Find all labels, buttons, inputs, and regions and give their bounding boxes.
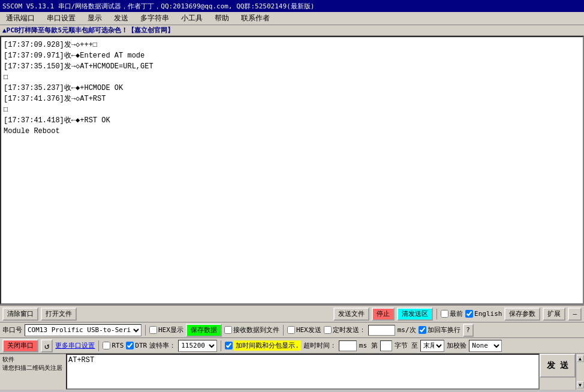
menu-display[interactable]: 显示 [84,13,106,24]
help-button[interactable]: ? [463,324,474,337]
terminal-line-1: [17:37:09.971]收←◆Entered AT mode [4,50,580,61]
ms2-label: ms 第 [359,341,378,350]
add-crlf-checkbox[interactable] [419,326,426,334]
notif-bar: ▲PCB打样降至每款5元顺丰包邮可选杂色！【嘉立创官网】 [0,25,584,36]
clear-send-button[interactable]: 清发送区 [397,307,433,321]
recv-file-label: 接收数据到文件 [233,325,279,334]
hex-display-group: HEX显示 [149,325,183,334]
send-button[interactable]: 发 送 [540,354,576,378]
terminal-area: [17:37:09.928]发→◇+++□ [17:37:09.971]收←◆E… [0,36,584,304]
menu-comport[interactable]: 通讯端口 [2,13,38,24]
add-crlf-label: 加回车换行 [428,325,460,334]
info-line1: 为了更好地发展SSCOM软件 [2,354,64,364]
terminal-line-5: [17:37:35.237]收←◆+HCMODE OK [4,83,580,94]
always-on-top-checkbox[interactable] [441,310,448,318]
menu-multistring[interactable]: 多字符串 [137,13,173,24]
always-on-top-label: 最前 [450,309,463,318]
terminal-line-0: [17:37:09.928]发→◇+++□ [4,40,580,50]
menu-send[interactable]: 发送 [110,13,132,24]
more-settings-button[interactable]: 更多串口设置 [55,341,95,350]
add-crlf-group: 加回车换行 [419,325,460,334]
dtr-group: DTR [126,342,147,349]
toolbar-row1: 清除窗口 打开文件 发送文件 停止 清发送区 最前 English 保存参数 扩… [0,306,584,322]
minimize-button[interactable]: — [568,307,582,321]
menu-com-settings[interactable]: 串口设置 [43,13,79,24]
com-port-select[interactable]: COM13 Prolific USB-to-Seri [25,324,142,336]
scroll-down-arrow[interactable]: ▼ [577,381,584,388]
rts-checkbox[interactable] [103,342,110,349]
dtr-checkbox[interactable] [126,342,134,349]
byte-label: 字节 至 [395,341,419,350]
baud-rate-select[interactable]: 115200 [178,340,217,352]
rts-group: RTS [103,342,124,349]
english-checkbox[interactable] [465,310,473,318]
timed-send-group: 定时发送： [324,325,366,334]
hex-display-label: HEX显示 [158,325,183,334]
terminal-line-7: [17:37:41.376]发→◇AT+RST [4,94,580,104]
terminal-line-4: □ [4,72,580,83]
terminal-line-9: [17:37:41.418]收←◆+RST OK [4,115,580,126]
com-label: 串口号 [2,325,22,334]
end-select[interactable]: 末尾 [420,340,444,352]
dtr-label: DTR [135,342,147,349]
timeout-value[interactable]: 20 [339,340,357,351]
hex-send-group: HEX发送 [287,325,321,334]
send-btn-area: 发 送 [540,354,576,390]
info-area: 为了更好地发展SSCOM软件 请您扫描二维码关注居家白 [0,354,66,373]
timed-send-label: 定时发送： [333,325,366,334]
send-file-button[interactable]: 发送文件 [333,307,369,321]
always-on-top-group: 最前 [441,309,463,318]
scroll-up-arrow[interactable]: ▲ [577,355,584,362]
send-area: 为了更好地发展SSCOM软件 请您扫描二维码关注居家白 AT+RST 发 送 ▲… [0,354,584,390]
expand-button[interactable]: 扩展 [543,307,565,321]
info-line2: 请您扫描二维码关注居家白 [2,364,64,373]
menu-contact[interactable]: 联系作者 [237,13,273,24]
open-file-button[interactable]: 打开文件 [41,307,77,321]
timestamp-group: 加时间戳和分包显示. [225,340,301,351]
terminal-line-8: □ [4,104,580,115]
close-com-button[interactable]: 关闭串口 [2,339,38,352]
timeout-label: 超时时间： [303,341,336,350]
menu-bar: 通讯端口 串口设置 显示 发送 多字符串 小工具 帮助 联系作者 [0,12,584,25]
timed-send-value[interactable]: 1000 [368,325,395,336]
menu-tools[interactable]: 小工具 [177,13,206,24]
refresh-com-button[interactable]: ↺ [41,339,53,352]
timestamp-label: 加时间戳和分包显示. [234,340,301,351]
title-bar: SSCOM V5.13.1 串口/网络数据调试器，作者丁丁，QQ:2013699… [0,0,584,12]
save-data-button[interactable]: 保存数据 [186,324,222,337]
send-text-input[interactable]: AT+RST [66,354,540,390]
baud-label: 波特率： [149,341,176,350]
checksum-label: 加校验 [447,341,466,350]
timestamp-checkbox[interactable] [225,342,233,349]
stop-button[interactable]: 停止 [372,307,395,321]
bottom-area: 清除窗口 打开文件 发送文件 停止 清发送区 最前 English 保存参数 扩… [0,304,584,390]
hex-send-checkbox[interactable] [287,326,295,334]
save-params-button[interactable]: 保存参数 [504,307,540,321]
recv-file-checkbox[interactable] [224,326,232,334]
terminal-line-3: [17:37:35.150]发→◇AT+HCMODE=URL,GET [4,61,580,72]
hex-display-checkbox[interactable] [149,326,157,334]
terminal-line-10: Module Reboot [4,126,580,137]
scroll-area: ▲ ▼ [576,354,584,390]
packet-num-input[interactable]: 1 [380,340,392,351]
menu-help[interactable]: 帮助 [211,13,233,24]
timed-send-checkbox[interactable] [324,326,332,334]
ms-label: ms/次 [398,325,416,334]
recv-file-group: 接收数据到文件 [224,325,279,334]
hex-send-label: HEX发送 [296,325,321,334]
english-group: English [465,310,502,318]
title-text: SSCOM V5.13.1 串口/网络数据调试器，作者丁丁，QQ:2013699… [2,2,314,11]
toolbar-row3: 关闭串口 ↺ 更多串口设置 RTS DTR 波特率： 115200 加时间戳和分… [0,338,584,354]
english-label: English [474,310,502,318]
clear-window-button[interactable]: 清除窗口 [2,307,38,321]
rts-label: RTS [112,342,124,349]
checksum-select[interactable]: None [469,340,502,352]
toolbar-row2: 串口号 COM13 Prolific USB-to-Seri HEX显示 保存数… [0,322,584,338]
notif-text[interactable]: ▲PCB打样降至每款5元顺丰包邮可选杂色！【嘉立创官网】 [2,26,174,35]
